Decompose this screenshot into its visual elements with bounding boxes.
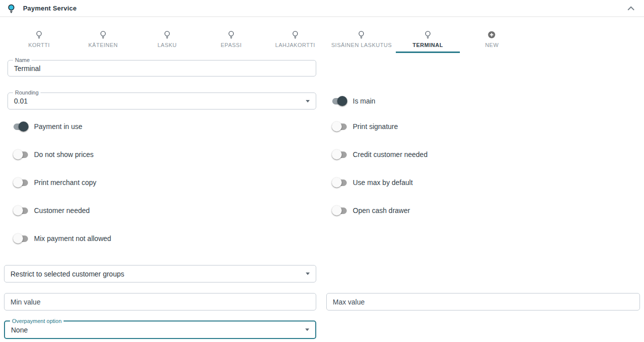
rounding-select[interactable]: Rounding 0.01 [8,92,316,110]
toggle-row-is-main[interactable]: Is main [332,92,375,110]
overpayment-option-label: Overpayment option [10,318,64,324]
toggle-label: Customer needed [34,206,90,214]
payment-method-tabs: KORTTI KÄTEINEN LASKU EPASSI LAHJAKORTTI… [0,17,644,53]
tab-label: LAHJAKORTTI [275,42,315,48]
chevron-up-icon [627,6,634,10]
rounding-selected-value: 0.01 [14,97,302,105]
print-merchant-copy-switch[interactable] [14,180,28,186]
tab-label: TERMINAL [413,42,443,48]
toggle-row-customer-needed[interactable]: Customer needed [4,196,316,224]
overpayment-selected-value: None [11,326,301,334]
toggle-label: Print signature [353,122,398,130]
lightbulb-icon [227,30,235,39]
terminal-settings-form: Name Rounding 0.01 Is main Payment in us… [0,60,644,339]
toggle-row-payment-in-use[interactable]: Payment in use [4,112,316,140]
is-main-switch[interactable] [332,98,347,104]
plus-circle-icon [487,30,496,39]
toggle-row-credit-customer-needed[interactable]: Credit customer needed [326,140,640,168]
name-input[interactable] [14,64,310,72]
dropdown-arrow-icon [306,100,310,102]
lightbulb-icon [291,30,299,39]
toggle-row-use-max-by-default[interactable]: Use max by default [326,168,640,196]
tab-label: EPASSI [221,42,242,48]
toggle-row-print-merchant-copy[interactable]: Print merchant copy [4,168,316,196]
name-field[interactable]: Name [8,60,316,76]
lightbulb-icon [99,30,107,39]
lightbulb-icon [163,30,171,39]
credit-customer-needed-switch[interactable] [332,152,347,158]
tab-new[interactable]: NEW [460,17,524,53]
toggle-label: Do not show prices [34,150,94,158]
toggle-label: Is main [353,97,375,105]
tab-epassi[interactable]: EPASSI [199,17,263,53]
toggle-label: Credit customer needed [353,150,427,158]
lightbulb-icon [424,30,432,39]
name-field-label: Name [13,57,32,64]
toggle-label: Use max by default [353,178,413,186]
do-not-show-prices-switch[interactable] [14,152,28,158]
min-value-input[interactable] [11,298,310,306]
tab-label: KORTTI [28,42,50,48]
toggle-row-do-not-show-prices[interactable]: Do not show prices [4,140,316,168]
open-cash-drawer-switch[interactable] [332,208,347,214]
toggle-label: Mix payment not allowed [34,234,111,242]
customer-needed-switch[interactable] [14,208,28,214]
max-value-input[interactable] [333,298,633,306]
toggle-label: Payment in use [34,122,83,130]
tab-label: KÄTEINEN [88,42,118,48]
min-value-field[interactable] [4,293,316,310]
lightbulb-icon [35,30,43,39]
dropdown-arrow-icon [305,328,309,331]
overpayment-option-select[interactable]: Overpayment option None [4,320,316,339]
page-title: Payment Service [23,4,77,12]
tab-lahjakortti[interactable]: LAHJAKORTTI [263,17,327,53]
tab-label: NEW [485,42,498,48]
rounding-select-label: Rounding [13,90,41,96]
mix-payment-not-allowed-switch[interactable] [14,236,28,242]
payment-in-use-switch[interactable] [14,124,28,130]
app-header: Payment Service [0,0,644,17]
max-value-field[interactable] [326,293,640,310]
print-signature-switch[interactable] [332,124,347,130]
payment-service-lightbulb-icon [7,4,16,14]
customer-groups-value: Restrict to selected customer groups [11,270,302,278]
tab-lasku[interactable]: LASKU [135,17,199,53]
use-max-by-default-switch[interactable] [332,180,347,186]
lightbulb-icon [357,30,365,39]
dropdown-arrow-icon [306,272,310,275]
tab-sisainen-laskutus[interactable]: SISÄINEN LASKUTUS [327,17,396,53]
customer-groups-select[interactable]: Restrict to selected customer groups [4,265,316,282]
toggle-label: Open cash drawer [353,206,410,214]
toggle-row-mix-payment-not-allowed[interactable]: Mix payment not allowed [4,224,316,252]
tab-label: LASKU [158,42,177,48]
tab-label: SISÄINEN LASKUTUS [331,42,392,48]
toggle-label: Print merchant copy [34,178,97,186]
toggle-row-open-cash-drawer[interactable]: Open cash drawer [326,196,640,224]
collapse-panel-button[interactable] [625,2,637,14]
tab-kortti[interactable]: KORTTI [7,17,71,53]
tab-kateinen[interactable]: KÄTEINEN [71,17,135,53]
tab-terminal[interactable]: TERMINAL [396,17,460,53]
toggle-row-print-signature[interactable]: Print signature [326,112,640,140]
